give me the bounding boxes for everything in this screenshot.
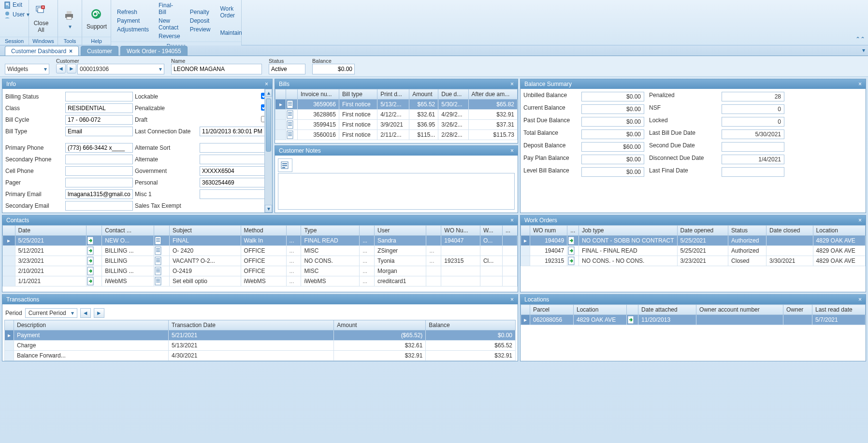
notes-title: Customer Notes: [279, 147, 321, 154]
table-row[interactable]: 3599415First notice3/9/2021$36.953/26/2.…: [275, 120, 518, 130]
maintain-button[interactable]: Maintain: [215, 29, 246, 37]
adjustments-button[interactable]: Adjustments: [112, 25, 154, 34]
payment-button[interactable]: Payment: [112, 16, 154, 25]
bills-table[interactable]: Invoice nu...Bill typePrint d...AmountDu…: [275, 89, 518, 140]
workorder-button[interactable]: Work Order: [215, 4, 246, 20]
table-row[interactable]: 3628865First notice4/12/2...$32.614/29/2…: [275, 110, 518, 120]
table-row[interactable]: 3/23/2021BILLINGVACANT? O-2...OFFICE...N…: [3, 256, 518, 266]
tabbar-overflow-icon[interactable]: ▾: [862, 47, 865, 54]
contacts-table[interactable]: DateContact ...SubjectMethodTypeUserWO N…: [2, 225, 518, 286]
alternate-sort-field[interactable]: [200, 143, 267, 153]
ribbon-collapse-icon[interactable]: ⌃⌃: [855, 36, 865, 43]
notes-textarea[interactable]: [278, 173, 515, 210]
table-row[interactable]: Balance Forward...4/30/2021$32.91$32.91: [5, 351, 516, 361]
table-row[interactable]: Charge5/13/2021$32.61$65.52: [5, 341, 516, 351]
bill-cycle-field[interactable]: [65, 115, 133, 125]
deposit-balance-value: $60.00: [581, 142, 644, 152]
billing-status-field[interactable]: [65, 92, 133, 101]
reverse-button[interactable]: Reverse: [154, 32, 185, 41]
table-row[interactable]: ▸3659066First notice5/13/2...$65.525/30/…: [275, 100, 518, 110]
close-icon[interactable]: ×: [510, 296, 514, 303]
preview-button[interactable]: Preview: [185, 25, 216, 34]
table-row[interactable]: ▸Payment5/21/2021($65.52)$0.00: [5, 330, 516, 341]
close-icon[interactable]: ×: [510, 81, 514, 87]
customer-next-icon[interactable]: ►: [67, 64, 76, 73]
table-row[interactable]: 1/1/2021iWebMSSet ebill optioiWebMS...iW…: [3, 276, 518, 286]
table-row[interactable]: 2/10/2021BILLING ...O-2419OFFICE...MISC.…: [3, 266, 518, 276]
table-row[interactable]: 194047FINAL - FINAL READ5/25/2021Authori…: [521, 246, 866, 256]
payplan-balance-value: $0.00: [581, 155, 644, 164]
transactions-table[interactable]: DescriptionTransaction DateAmountBalance…: [4, 320, 516, 361]
tab-customer[interactable]: Customer: [81, 46, 118, 56]
lcd-field[interactable]: [200, 127, 267, 136]
table-row[interactable]: 192315NO CONS. - NO CONS.3/23/2021Closed…: [521, 256, 866, 266]
info-scrollbar[interactable]: ▴▾: [264, 89, 272, 213]
newcontact-button[interactable]: New Contact: [154, 16, 185, 32]
process-col-3: Penalty Deposit Preview: [185, 1, 216, 41]
period-prev-icon[interactable]: ◄: [80, 308, 91, 318]
info-panel: Info× Billing Status Lockable Class Pena…: [2, 79, 273, 213]
name-label: Name: [171, 58, 262, 64]
table-row[interactable]: ▸5/25/2021NEW O...FINALWalk In...FINAL R…: [3, 236, 518, 246]
close-icon[interactable]: ×: [858, 296, 862, 303]
period-next-icon[interactable]: ►: [94, 308, 104, 318]
pager-field[interactable]: [65, 178, 133, 187]
status-field[interactable]: [269, 64, 305, 74]
process-col-4: Work Order Maintain: [215, 1, 246, 41]
locations-table[interactable]: ParcelLocationDate attachedOwner account…: [521, 304, 866, 325]
table-row[interactable]: 5/12/2021BILLING ...O- 2420OFFICE...MISC…: [3, 246, 518, 256]
misc1-field[interactable]: [200, 189, 267, 199]
session-group-label: Session: [0, 37, 29, 45]
close-icon[interactable]: ×: [69, 48, 72, 55]
total-balance-value: $0.00: [581, 129, 644, 139]
close-icon[interactable]: ×: [510, 147, 514, 154]
process-col-2: Final-Bill New Contact Reverse: [154, 1, 185, 41]
primary-email-field[interactable]: [65, 189, 133, 199]
refresh-button[interactable]: Refresh: [112, 8, 154, 16]
workorders-table[interactable]: WO num...Job typeDate openedStatusDate c…: [521, 225, 866, 266]
disconnect-value: 1/4/2021: [722, 155, 784, 164]
government-field[interactable]: [200, 166, 267, 176]
table-row[interactable]: ▸0620880564829 OAK AVE11/20/20135/7/2021: [521, 315, 866, 325]
deposit-button[interactable]: Deposit: [185, 16, 216, 25]
secondary-email-field[interactable]: [65, 201, 133, 211]
widgets-select[interactable]: Widgets▾: [5, 64, 49, 74]
contacts-panel: Contacts× DateContact ...SubjectMethodTy…: [2, 215, 518, 292]
close-all-button[interactable]: Close All: [29, 0, 53, 37]
customer-label: Customer: [56, 58, 164, 64]
personal-field[interactable]: [200, 178, 267, 187]
bill-type-field[interactable]: [65, 127, 133, 136]
period-select[interactable]: Current Period: [25, 308, 77, 318]
table-row[interactable]: 3560016First notice2/11/2...$115...2/28/…: [275, 130, 518, 140]
bills-panel: Bills× Invoice nu...Bill typePrint d...A…: [275, 79, 518, 143]
lastbill-value: 5/30/2021: [722, 129, 784, 139]
tools-dropdown[interactable]: ▾: [58, 0, 82, 37]
name-field[interactable]: [171, 64, 262, 74]
finalbill-button[interactable]: Final-Bill: [154, 1, 185, 16]
close-icon[interactable]: ×: [510, 217, 514, 224]
alternate-field[interactable]: [200, 155, 267, 164]
penalty-button[interactable]: Penalty: [185, 8, 216, 16]
exit-button[interactable]: Exit: [0, 0, 29, 10]
table-row[interactable]: ▸194049NO CONT - SOBB NO CONTRACT5/25/20…: [521, 236, 866, 246]
close-icon[interactable]: ×: [858, 81, 862, 87]
class-field[interactable]: [65, 103, 133, 113]
tab-work-order[interactable]: Work Order - 194055: [120, 46, 188, 56]
tab-customer-dashboard[interactable]: Customer Dashboard×: [5, 46, 79, 56]
primary-phone-field[interactable]: [65, 143, 133, 153]
customer-id-input[interactable]: 000019306▾: [77, 64, 164, 74]
close-icon[interactable]: ×: [265, 81, 268, 87]
pastdue-balance-value: $0.00: [581, 117, 644, 127]
unbilled-balance-value: $0.00: [581, 92, 644, 101]
user-dropdown[interactable]: User ▾: [0, 10, 29, 19]
cell-phone-field[interactable]: [65, 166, 133, 176]
note-icon[interactable]: [278, 158, 292, 172]
close-icon[interactable]: ×: [858, 217, 862, 224]
transactions-panel: Transactions× Period Current Period ◄ ► …: [2, 294, 518, 361]
secondary-phone-field[interactable]: [65, 155, 133, 164]
balance-summary-panel: Balance Summary× Unbilled Balance$0.00 P…: [520, 79, 866, 213]
customer-prev-icon[interactable]: ◄: [56, 64, 66, 73]
support-button[interactable]: Support: [82, 0, 111, 37]
ribbon-toolbar: Exit User ▾ Session Close All Windows ▾ …: [0, 0, 868, 45]
locations-panel: Locations× ParcelLocationDate attachedOw…: [520, 294, 866, 361]
